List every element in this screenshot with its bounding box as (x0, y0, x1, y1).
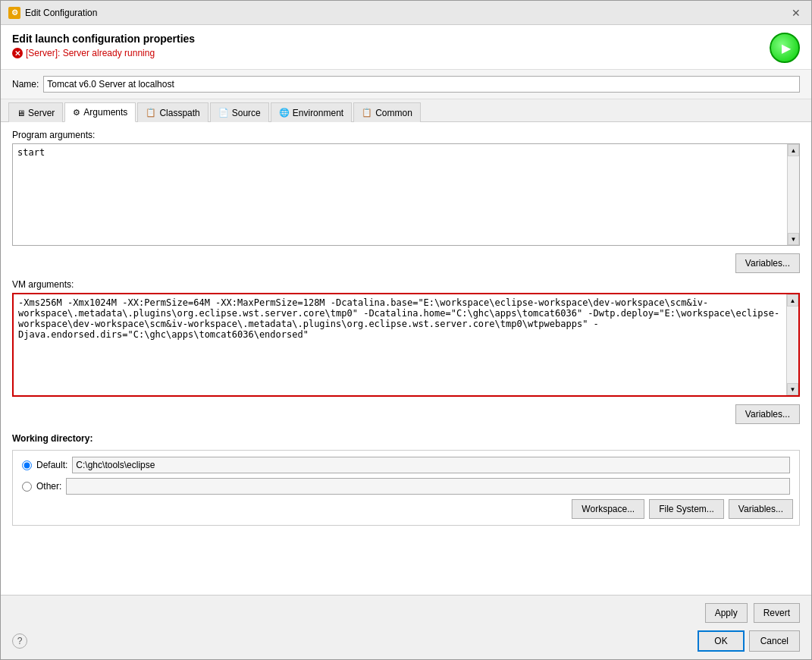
default-radio[interactable] (22, 460, 32, 470)
tab-arguments-label: Arguments (83, 107, 127, 118)
close-button[interactable]: ✕ (788, 5, 804, 20)
workspace-button[interactable]: Workspace... (572, 499, 644, 519)
program-args-variables-row: Variables... (12, 253, 800, 273)
help-icon[interactable]: ? (12, 633, 27, 649)
tab-arguments[interactable]: ⚙ Arguments (64, 102, 136, 122)
error-icon: ✕ (12, 48, 23, 58)
title-bar: ⚙ Edit Configuration ✕ (1, 1, 811, 25)
scroll-down-arrow[interactable]: ▼ (788, 233, 799, 245)
name-input[interactable] (43, 76, 800, 93)
vm-args-section: VM arguments: -Xms256M -Xmx1024M -XX:Per… (12, 279, 800, 397)
edit-configuration-dialog: ⚙ Edit Configuration ✕ Edit launch confi… (0, 0, 812, 660)
tab-classpath-label: Classpath (159, 108, 199, 118)
classpath-tab-icon: 📋 (146, 108, 156, 118)
vm-args-container: -Xms256M -Xmx1024M -XX:PermSize=64M -XX:… (12, 293, 800, 397)
working-dir-variables-button[interactable]: Variables... (729, 499, 793, 519)
program-args-label: Program arguments: (12, 130, 800, 140)
other-radio[interactable] (22, 482, 32, 492)
tab-source-label: Source (232, 108, 261, 118)
tab-server[interactable]: 🖥 Server (8, 102, 63, 122)
vm-scroll-thumb (787, 306, 798, 383)
name-row: Name: (1, 70, 811, 99)
default-value-input[interactable] (72, 457, 790, 473)
vm-args-variables-button[interactable]: Variables... (735, 404, 800, 424)
program-args-textarea[interactable]: start (13, 144, 799, 243)
scroll-up-arrow[interactable]: ▲ (788, 144, 799, 156)
other-radio-label: Other: (36, 481, 61, 492)
other-value-input[interactable] (66, 478, 790, 495)
common-tab-icon: 📋 (362, 108, 372, 118)
error-message: ✕ [Server]: Server already running (12, 48, 195, 58)
cancel-button[interactable]: Cancel (749, 630, 800, 652)
ok-button[interactable]: OK (698, 630, 744, 652)
program-args-scrollbar[interactable]: ▲ ▼ (787, 144, 799, 245)
server-tab-icon: 🖥 (17, 108, 25, 118)
dialog-header-left: Edit launch configuration properties ✕ [… (12, 33, 195, 58)
scroll-thumb (788, 156, 799, 233)
vm-args-scrollbar[interactable]: ▲ ▼ (786, 294, 798, 395)
working-dir-box: Default: Other: Workspace... File System… (12, 450, 800, 526)
run-icon (770, 33, 800, 63)
arguments-tab-icon: ⚙ (73, 108, 80, 118)
program-args-container: start ▲ ▼ (12, 143, 800, 246)
apply-button[interactable]: Apply (705, 603, 748, 623)
source-tab-icon: 📄 (218, 108, 229, 118)
program-args-section: Program arguments: start ▲ ▼ (12, 130, 800, 246)
tab-common-label: Common (375, 108, 412, 118)
tab-classpath[interactable]: 📋 Classpath (137, 102, 208, 122)
working-dir-label: Working directory: (12, 433, 800, 444)
vm-args-variables-row: Variables... (12, 404, 800, 424)
bottom-action-row: ? OK Cancel (12, 630, 800, 652)
dialog-header: Edit launch configuration properties ✕ [… (1, 25, 811, 70)
dialog-main-title: Edit launch configuration properties (12, 33, 195, 45)
environment-tab-icon: 🌐 (279, 108, 290, 118)
apply-revert-row: Apply Revert (12, 603, 800, 623)
file-system-button[interactable]: File System... (649, 499, 724, 519)
dialog-title-text: Edit Configuration (25, 8, 97, 18)
content-area: Program arguments: start ▲ ▼ Variables..… (1, 122, 811, 595)
working-dir-section: Working directory: Default: Other: Works… (12, 433, 800, 526)
vm-scroll-up[interactable]: ▲ (787, 294, 798, 306)
revert-button[interactable]: Revert (754, 603, 800, 623)
name-label: Name: (12, 79, 39, 90)
dialog-icon: ⚙ (8, 7, 20, 19)
ok-cancel-row: OK Cancel (698, 630, 800, 652)
tab-environment-label: Environment (293, 108, 343, 118)
vm-args-label: VM arguments: (12, 279, 800, 290)
bottom-section: Apply Revert ? OK Cancel (1, 595, 811, 659)
default-radio-label: Default: (36, 460, 67, 470)
tab-environment[interactable]: 🌐 Environment (271, 102, 352, 122)
other-radio-row: Other: (19, 478, 793, 495)
vm-scroll-down[interactable]: ▼ (787, 383, 798, 395)
default-radio-row: Default: (19, 457, 793, 473)
tabs-bar: 🖥 Server ⚙ Arguments 📋 Classpath 📄 Sourc… (1, 99, 811, 122)
tab-common[interactable]: 📋 Common (353, 102, 421, 122)
title-bar-left: ⚙ Edit Configuration (8, 7, 97, 19)
program-args-variables-button[interactable]: Variables... (735, 253, 800, 273)
dir-buttons-row: Workspace... File System... Variables... (19, 499, 793, 519)
error-text: [Server]: Server already running (26, 48, 155, 58)
tab-source[interactable]: 📄 Source (210, 102, 269, 122)
vm-args-textarea[interactable]: -Xms256M -Xmx1024M -XX:PermSize=64M -XX:… (14, 294, 798, 393)
tab-server-label: Server (28, 108, 55, 118)
